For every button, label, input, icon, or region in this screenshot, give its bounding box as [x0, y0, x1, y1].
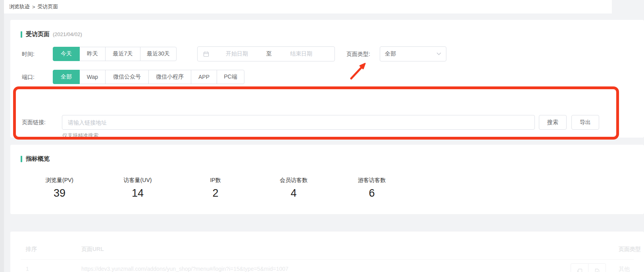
- export-button[interactable]: 导出: [571, 115, 599, 130]
- table-row-actions: [571, 263, 606, 272]
- time-option-yesterday[interactable]: 昨天: [79, 47, 106, 61]
- date-range-picker[interactable]: 开始日期 至 结束日期: [197, 46, 335, 61]
- start-date-placeholder[interactable]: 开始日期: [209, 50, 265, 57]
- visited-pages-title: 受访页面 (2021/04/02): [21, 31, 82, 38]
- title-accent-bar: [21, 156, 22, 162]
- port-filter-label: 端口:: [22, 70, 35, 84]
- title-accent-bar: [21, 31, 22, 38]
- breadcrumb-item-browse-trail[interactable]: 浏览轨迹: [9, 3, 30, 10]
- port-option-wechat-mini[interactable]: 微信小程序: [148, 70, 191, 84]
- document-icon[interactable]: [588, 263, 606, 272]
- copy-icon[interactable]: [571, 263, 588, 272]
- time-filter-group: 今天 昨天 最近7天 最近30天: [53, 47, 177, 61]
- breadcrumb-item-visited-pages: 受访页面: [38, 3, 58, 10]
- time-option-last7days[interactable]: 最近7天: [105, 47, 140, 61]
- metric-pv: 浏览量(PV) 39: [24, 177, 95, 199]
- page-left-gutter: [0, 0, 4, 272]
- metric-label: 会员访客数: [258, 177, 329, 184]
- port-option-wap[interactable]: Wap: [79, 70, 106, 84]
- title-date-note: (2021/04/02): [53, 31, 82, 37]
- metric-value: 6: [336, 187, 408, 199]
- time-option-today[interactable]: 今天: [53, 47, 80, 61]
- metric-ip: IP数 2: [180, 177, 251, 199]
- metric-guest-visitors: 游客访客数 6: [336, 177, 408, 199]
- metric-label: 游客访客数: [336, 177, 408, 184]
- page-link-label: 页面链接:: [22, 115, 46, 129]
- page-type-label: 页面类型:: [346, 47, 370, 61]
- metric-uv: 访客量(UV) 14: [102, 177, 173, 199]
- port-filter-group: 全部 Wap 微信公众号 微信小程序 APP PC端: [53, 70, 244, 84]
- search-hint: 仅支持精准搜索: [62, 132, 98, 139]
- calendar-icon: [203, 51, 209, 57]
- time-option-last30days[interactable]: 最近30天: [140, 47, 177, 61]
- page-link-input[interactable]: [62, 115, 535, 130]
- metric-value: 14: [102, 187, 173, 199]
- table-header-url: 页面URL: [81, 246, 104, 253]
- metric-value: 4: [258, 187, 329, 199]
- pages-table-card: 排序 页面URL 页面类型 1 https://dev3.yunzmall.co…: [10, 232, 644, 272]
- metric-label: IP数: [180, 177, 251, 184]
- metric-label: 浏览量(PV): [24, 177, 95, 184]
- breadcrumb: 浏览轨迹 > 受访页面: [4, 0, 612, 13]
- breadcrumb-separator: >: [32, 4, 35, 10]
- table-header-type: 页面类型: [619, 246, 641, 253]
- search-button[interactable]: 搜索: [539, 115, 567, 130]
- metrics-card: 指标概览 浏览量(PV) 39 访客量(UV) 14 IP数 2 会员访客数 4…: [10, 145, 644, 214]
- port-option-app[interactable]: APP: [191, 70, 217, 84]
- end-date-placeholder[interactable]: 结束日期: [273, 50, 329, 57]
- metric-value: 39: [24, 187, 95, 199]
- page-type-select[interactable]: 全部: [380, 46, 446, 61]
- page-title: 受访页面: [26, 31, 50, 38]
- table-cell-url: https://dev3.yunzmall.com/addons/yun_sho…: [81, 266, 288, 272]
- metrics-title-row: 指标概览: [21, 155, 50, 163]
- port-option-all[interactable]: 全部: [53, 70, 80, 84]
- visited-pages-card: 受访页面 (2021/04/02) 时间: 今天 昨天 最近7天 最近30天 开…: [10, 20, 644, 138]
- page-type-selected-value: 全部: [385, 50, 436, 57]
- metrics-title: 指标概览: [26, 155, 50, 163]
- metric-member-visitors: 会员访客数 4: [258, 177, 329, 199]
- port-option-pc[interactable]: PC端: [217, 70, 244, 84]
- time-filter-label: 时间:: [22, 47, 35, 61]
- metric-value: 2: [180, 187, 251, 199]
- table-cell-rank: 1: [26, 266, 29, 272]
- table-header-divider: [21, 259, 634, 260]
- date-range-separator: 至: [265, 50, 273, 57]
- chevron-down-icon: [436, 52, 441, 56]
- table-header-rank: 排序: [26, 246, 37, 253]
- port-option-wechat-official[interactable]: 微信公众号: [105, 70, 149, 84]
- metric-label: 访客量(UV): [102, 177, 173, 184]
- table-cell-type: 其他: [619, 266, 630, 272]
